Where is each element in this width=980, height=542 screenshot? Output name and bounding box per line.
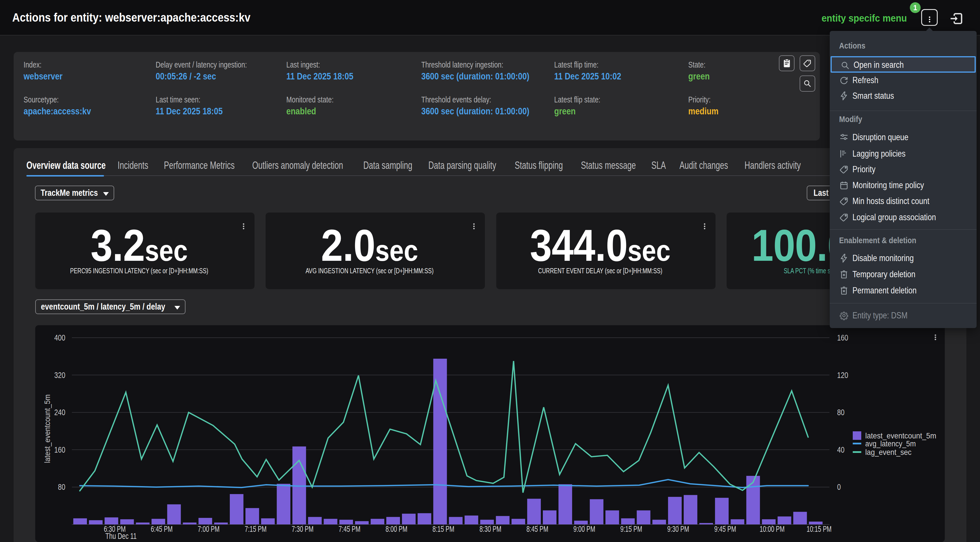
- svg-text:160: 160: [837, 333, 848, 342]
- svg-text:40: 40: [837, 445, 845, 454]
- svg-text:240: 240: [54, 408, 65, 417]
- svg-text:7:30 PM: 7:30 PM: [292, 525, 313, 534]
- svg-text:80: 80: [837, 408, 845, 417]
- svg-text:10:15 PM: 10:15 PM: [807, 525, 832, 534]
- svg-text:9:15 PM: 9:15 PM: [620, 525, 642, 534]
- svg-text:9:30 PM: 9:30 PM: [667, 525, 689, 534]
- svg-text:120: 120: [837, 371, 848, 380]
- svg-text:avg_latency_5m: avg_latency_5m: [865, 439, 916, 448]
- svg-text:0: 0: [837, 482, 841, 491]
- svg-text:7:15 PM: 7:15 PM: [245, 525, 266, 534]
- svg-text:8:15 PM: 8:15 PM: [433, 525, 455, 534]
- svg-text:latest_eventcount_5m: latest_eventcount_5m: [43, 395, 52, 463]
- svg-text:10:00 PM: 10:00 PM: [760, 525, 784, 534]
- svg-text:Thu Dec 11: Thu Dec 11: [105, 531, 137, 540]
- svg-text:160: 160: [54, 445, 65, 454]
- svg-text:9:45 PM: 9:45 PM: [714, 525, 736, 534]
- svg-text:lag_event_sec: lag_event_sec: [865, 448, 912, 456]
- svg-text:9:00 PM: 9:00 PM: [574, 525, 595, 534]
- svg-text:6:45 PM: 6:45 PM: [151, 525, 173, 534]
- svg-text:7:45 PM: 7:45 PM: [339, 525, 361, 534]
- svg-text:8:30 PM: 8:30 PM: [479, 525, 501, 534]
- svg-text:7:00 PM: 7:00 PM: [198, 525, 220, 534]
- svg-text:8:45 PM: 8:45 PM: [527, 525, 548, 534]
- svg-text:400: 400: [54, 333, 65, 342]
- svg-text:latest_eventcount_5m: latest_eventcount_5m: [865, 431, 936, 440]
- svg-text:80: 80: [58, 482, 65, 491]
- svg-text:8:00 PM: 8:00 PM: [385, 525, 407, 534]
- svg-text:320: 320: [54, 371, 65, 380]
